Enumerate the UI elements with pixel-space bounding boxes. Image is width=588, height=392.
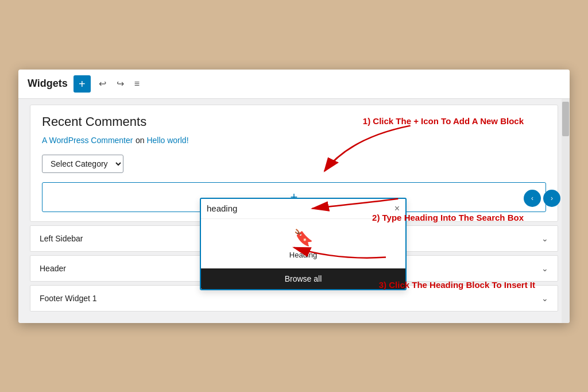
main-content: Recent Comments A WordPress Commenter on… xyxy=(18,99,570,323)
sidebar-row-label: Left Sidebar xyxy=(40,234,83,243)
redo-button[interactable]: ↪ xyxy=(114,76,126,91)
navigation-circles: ‹ › xyxy=(524,190,560,207)
scrollbar[interactable] xyxy=(562,99,570,323)
scrollbar-thumb[interactable] xyxy=(562,102,569,136)
commenter-post[interactable]: Hello world! xyxy=(146,136,188,145)
undo-button[interactable]: ↩ xyxy=(96,76,109,91)
recent-comments-title: Recent Comments xyxy=(42,114,546,129)
heading-block-label[interactable]: Heading xyxy=(289,251,317,259)
comment-line: A WordPress Commenter on Hello world! xyxy=(42,135,546,145)
browse-all-button[interactable]: Browse all xyxy=(201,268,405,289)
chevron-down-icon: ⌄ xyxy=(541,234,548,243)
category-select[interactable]: Select Category xyxy=(42,155,123,173)
search-popup: × 🔖 Heading Browse all xyxy=(200,198,407,290)
top-bar: Widgets + ↩ ↪ ≡ xyxy=(18,70,570,99)
chevron-down-icon: ⌄ xyxy=(541,294,548,303)
next-circle[interactable]: › xyxy=(543,190,560,207)
search-input-row: × xyxy=(201,199,405,219)
page-title: Widgets xyxy=(28,78,68,90)
chevron-down-icon: ⌄ xyxy=(541,264,548,273)
add-block-button[interactable]: + xyxy=(74,75,91,93)
search-result: 🔖 Heading xyxy=(201,219,405,268)
sidebar-row-label: Footer Widget 1 xyxy=(40,294,97,303)
prev-circle[interactable]: ‹ xyxy=(524,190,541,207)
heading-block-icon[interactable]: 🔖 xyxy=(293,228,314,247)
block-search-input[interactable] xyxy=(207,203,391,213)
widgets-window: Widgets + ↩ ↪ ≡ Recent Comments A WordPr… xyxy=(18,70,570,323)
commenter-on: on xyxy=(136,136,146,145)
clear-search-button[interactable]: × xyxy=(394,203,400,214)
commenter-link[interactable]: A WordPress Commenter xyxy=(42,136,133,145)
menu-button[interactable]: ≡ xyxy=(132,76,142,91)
sidebar-row-label: Header xyxy=(40,264,66,273)
select-category-wrapper: Select Category xyxy=(42,155,546,173)
